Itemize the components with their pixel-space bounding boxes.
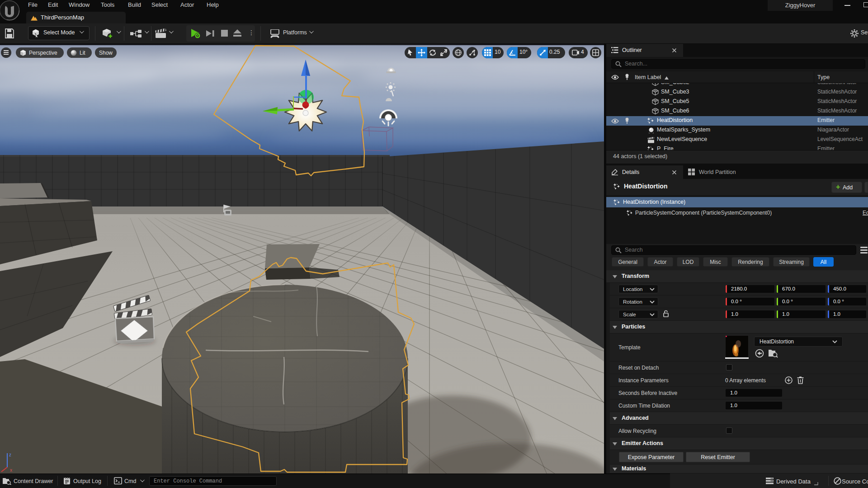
svg-text:z: z xyxy=(9,452,11,457)
svg-text:x: x xyxy=(10,468,12,473)
